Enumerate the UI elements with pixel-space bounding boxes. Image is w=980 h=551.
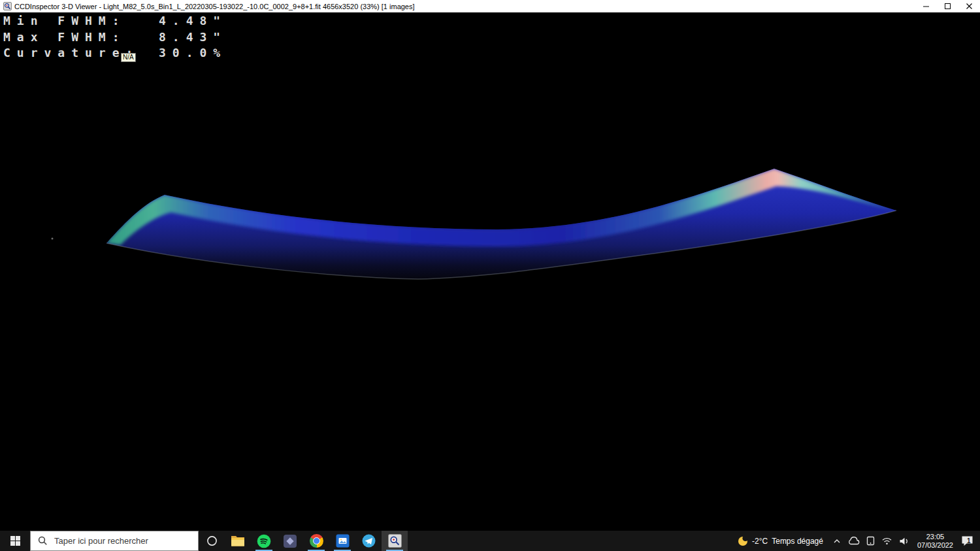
stat-value: 4.48": [159, 14, 227, 27]
stray-data-point: [52, 238, 54, 240]
stat-label: Min FWHM:: [3, 13, 159, 29]
ccdinspector-icon: [388, 534, 402, 548]
cortana-button[interactable]: [199, 531, 225, 551]
search-input[interactable]: [53, 535, 183, 546]
stat-value: 30.0%: [159, 46, 227, 59]
tray-overflow-button[interactable]: [830, 531, 844, 551]
device-icon: [866, 536, 875, 546]
unknown-app-2-icon: [336, 534, 350, 548]
notification-badge: 1: [967, 537, 971, 544]
cortana-icon: [206, 535, 218, 546]
chrome-icon: [310, 534, 323, 548]
plot-viewport: Min FWHM:4.48" Max FWHM:8.43" Curvature:…: [0, 12, 980, 531]
fwhm-3d-surface-plot: [0, 12, 980, 531]
tray-onedrive-button[interactable]: [844, 531, 863, 551]
tray-device-button[interactable]: [863, 531, 878, 551]
fwhm-stats-overlay: Min FWHM:4.48" Max FWHM:8.43" Curvature:…: [3, 13, 227, 61]
file-explorer-icon: [231, 535, 245, 547]
tray-network-button[interactable]: [878, 531, 896, 551]
system-tray: -2°C Temps dégagé: [734, 531, 980, 551]
stat-line-curvature: Curvature:30.0%: [3, 45, 227, 61]
taskbar-app-unknown-1[interactable]: [277, 531, 303, 551]
unknown-app-3-icon: [362, 534, 376, 548]
taskbar-app-spotify[interactable]: [251, 531, 277, 551]
taskbar-search-box[interactable]: [30, 531, 199, 551]
stat-label: Max FWHM:: [3, 29, 159, 46]
window-title: CCDInspector 3-D Viewer - Light_M82_5.0s…: [14, 3, 415, 10]
windows-logo-icon: [10, 536, 20, 546]
window-titlebar: CCDInspector 3-D Viewer - Light_M82_5.0s…: [0, 0, 980, 12]
maximize-button[interactable]: [937, 0, 958, 12]
taskbar-app-unknown-3[interactable]: [355, 531, 382, 551]
stat-line-max-fwhm: Max FWHM:8.43": [3, 29, 227, 46]
taskbar-clock[interactable]: 23:05 07/03/2022: [913, 531, 958, 551]
ccdinspector-app-icon: [3, 2, 12, 10]
weather-widget[interactable]: -2°C Temps dégagé: [734, 531, 830, 551]
weather-condition: Temps dégagé: [772, 537, 823, 546]
window-controls: [915, 0, 980, 12]
weather-temperature: -2°C: [752, 537, 768, 546]
taskbar-app-unknown-2[interactable]: [329, 531, 355, 551]
clock-time: 23:05: [926, 533, 945, 541]
start-button[interactable]: [0, 531, 30, 551]
speaker-icon: [899, 537, 909, 546]
spotify-icon: [257, 534, 271, 548]
minimize-icon: [923, 3, 930, 10]
unknown-app-1-icon: [284, 535, 297, 548]
weather-moon-icon: [738, 536, 748, 546]
windows-taskbar: -2°C Temps dégagé: [0, 531, 980, 551]
search-icon: [38, 536, 48, 546]
chevron-up-icon: [833, 539, 841, 544]
na-tooltip-badge: N/A: [121, 53, 136, 62]
action-center-button[interactable]: 1: [958, 531, 980, 551]
close-icon: [966, 3, 973, 10]
taskbar-app-file-explorer[interactable]: [225, 531, 251, 551]
cloud-icon: [847, 537, 860, 545]
minimize-button[interactable]: [915, 0, 937, 12]
stat-value: 8.43": [159, 30, 227, 44]
taskbar-app-chrome[interactable]: [303, 531, 329, 551]
close-button[interactable]: [958, 0, 980, 12]
tray-volume-button[interactable]: [896, 531, 913, 551]
maximize-icon: [944, 3, 951, 10]
wifi-icon: [881, 537, 892, 545]
stat-line-min-fwhm: Min FWHM:4.48": [3, 13, 227, 29]
taskbar-app-ccdinspector[interactable]: [382, 531, 408, 551]
clock-date: 07/03/2022: [917, 541, 953, 550]
